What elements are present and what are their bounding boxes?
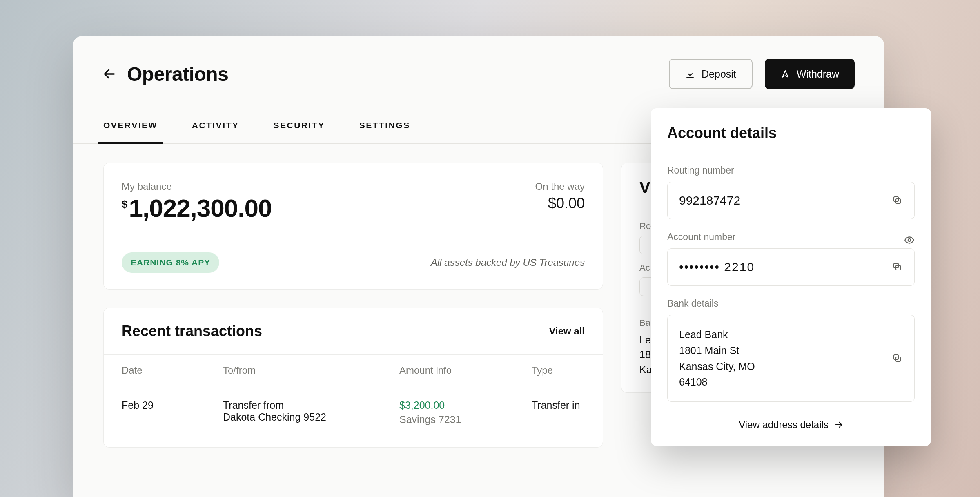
- popover-body: Routing number 992187472 Account number …: [651, 154, 931, 446]
- col-tofrom: To/from: [223, 365, 399, 376]
- col-type: Type: [532, 365, 585, 376]
- routing-field: 992187472: [667, 182, 915, 219]
- copy-icon: [892, 353, 902, 363]
- deposit-label: Deposit: [702, 68, 736, 80]
- tab-label: SECURITY: [273, 120, 325, 130]
- svg-point-4: [908, 238, 911, 241]
- tx-amount: $3,200.00 Savings 7231: [399, 399, 532, 426]
- table-row[interactable]: Feb 29 Transfer from Dakota Checking 952…: [104, 386, 603, 439]
- balance-value: $1,022,300.00: [122, 196, 272, 221]
- bank-street: 1801 Main St: [679, 343, 755, 359]
- balance-amount: 1,022,300.00: [129, 194, 272, 222]
- popover-title: Account details: [667, 125, 915, 142]
- routing-label: Routing number: [667, 165, 915, 176]
- balance-row: My balance $1,022,300.00 On the way $0.0…: [122, 181, 585, 235]
- view-address-label: View address details: [739, 419, 829, 430]
- balance-card: My balance $1,022,300.00 On the way $0.0…: [103, 163, 603, 290]
- transactions-card: Recent transactions View all Date To/fro…: [103, 308, 603, 448]
- col-amount: Amount info: [399, 365, 532, 376]
- bank-zip: 64108: [679, 374, 755, 390]
- copy-bank-button[interactable]: [892, 353, 903, 364]
- tab-label: SETTINGS: [359, 120, 410, 130]
- header: Operations Deposit Withdraw: [73, 36, 884, 107]
- copy-account-button[interactable]: [892, 262, 903, 272]
- bank-lines: Lead Bank 1801 Main St Kansas City, MO 6…: [679, 327, 755, 390]
- tab-label: ACTIVITY: [192, 120, 239, 130]
- balance-label: My balance: [122, 181, 272, 192]
- routing-value: 992187472: [679, 194, 740, 207]
- tab-overview[interactable]: OVERVIEW: [103, 107, 158, 143]
- balance-block: My balance $1,022,300.00: [122, 181, 272, 221]
- view-address-link[interactable]: View address details: [667, 414, 915, 430]
- tab-settings[interactable]: SETTINGS: [359, 107, 410, 143]
- account-value: •••••••• 2210: [679, 260, 755, 274]
- account-field: •••••••• 2210: [667, 248, 915, 286]
- arrow-left-icon: [102, 67, 116, 81]
- tab-label: OVERVIEW: [103, 120, 158, 130]
- tab-security[interactable]: SECURITY: [273, 107, 325, 143]
- account-details-popover: Account details Routing number 992187472…: [651, 108, 931, 446]
- left-column: My balance $1,022,300.00 On the way $0.0…: [103, 163, 603, 448]
- transactions-columns: Date To/from Amount info Type: [104, 354, 603, 386]
- back-button[interactable]: [102, 67, 116, 81]
- backed-text: All assets backed by US Treasuries: [431, 257, 585, 268]
- copy-icon: [892, 195, 902, 205]
- transactions-header: Recent transactions View all: [104, 308, 603, 354]
- popover-header: Account details: [651, 108, 931, 154]
- eye-icon: [904, 235, 915, 245]
- bank-name: Lead Bank: [679, 327, 755, 343]
- copy-icon: [892, 262, 902, 272]
- arrow-right-icon: [834, 420, 843, 429]
- apy-badge: EARNING 8% APY: [122, 252, 219, 273]
- tx-amount-value: $3,200.00: [399, 399, 532, 411]
- tx-tofrom-line1: Transfer from: [223, 399, 399, 411]
- header-actions: Deposit Withdraw: [669, 59, 855, 89]
- currency-symbol: $: [122, 198, 127, 210]
- tx-date: Feb 29: [122, 399, 223, 411]
- tx-tofrom-line2: Dakota Checking 9522: [223, 411, 399, 423]
- deposit-button[interactable]: Deposit: [669, 59, 753, 89]
- page-title: Operations: [127, 63, 228, 85]
- tx-amount-sub: Savings 7231: [399, 414, 532, 426]
- svg-marker-1: [782, 71, 788, 77]
- bank-city: Kansas City, MO: [679, 359, 755, 374]
- reveal-account-button[interactable]: [904, 235, 915, 245]
- bank-field: Lead Bank 1801 Main St Kansas City, MO 6…: [667, 315, 915, 402]
- tx-tofrom: Transfer from Dakota Checking 9522: [223, 399, 399, 423]
- bank-details-label: Bank details: [667, 298, 915, 309]
- account-label: Account number: [667, 232, 735, 243]
- account-label-row: Account number: [667, 232, 915, 248]
- withdraw-icon: [780, 69, 790, 79]
- view-all-link[interactable]: View all: [549, 325, 585, 337]
- withdraw-label: Withdraw: [797, 68, 839, 80]
- copy-routing-button[interactable]: [892, 195, 903, 206]
- ontheway-label: On the way: [535, 181, 585, 192]
- tx-type: Transfer in: [532, 399, 585, 411]
- transactions-title: Recent transactions: [122, 323, 262, 340]
- tab-activity[interactable]: ACTIVITY: [192, 107, 239, 143]
- ontheway-block: On the way $0.00: [535, 181, 585, 212]
- withdraw-button[interactable]: Withdraw: [765, 59, 855, 89]
- header-left: Operations: [102, 63, 228, 85]
- ontheway-value: $0.00: [535, 195, 585, 212]
- download-icon: [685, 69, 695, 79]
- balance-footer: EARNING 8% APY All assets backed by US T…: [122, 252, 585, 273]
- col-date: Date: [122, 365, 223, 376]
